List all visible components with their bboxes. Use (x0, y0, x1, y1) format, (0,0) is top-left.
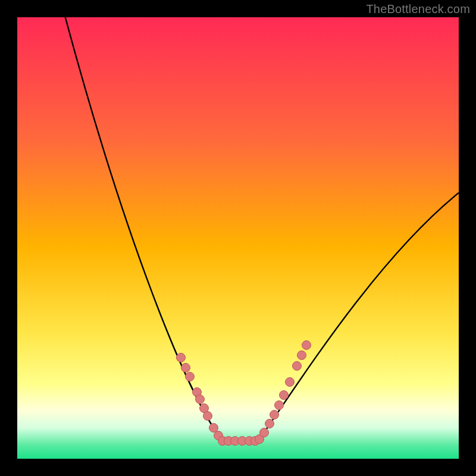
watermark-text: TheBottleneck.com (366, 2, 470, 16)
data-dot (203, 412, 212, 421)
dots-floor (224, 437, 260, 446)
dots-left (177, 353, 227, 446)
data-dot (260, 428, 269, 437)
dots-right (255, 341, 311, 444)
data-dot (280, 391, 289, 400)
data-dot (265, 419, 274, 428)
data-dot (293, 362, 302, 371)
data-dot (302, 341, 311, 350)
data-dot (196, 395, 205, 404)
data-dot (186, 372, 195, 381)
data-dot (270, 411, 279, 419)
data-dot (177, 353, 186, 362)
chart-frame (17, 17, 459, 459)
left-curve (64, 17, 223, 441)
data-dot (181, 364, 190, 372)
data-dot (298, 351, 306, 360)
right-curve (258, 193, 459, 441)
data-dot (275, 401, 284, 410)
curve-layer (17, 17, 459, 459)
data-dot (209, 424, 218, 433)
data-dot (286, 378, 295, 387)
